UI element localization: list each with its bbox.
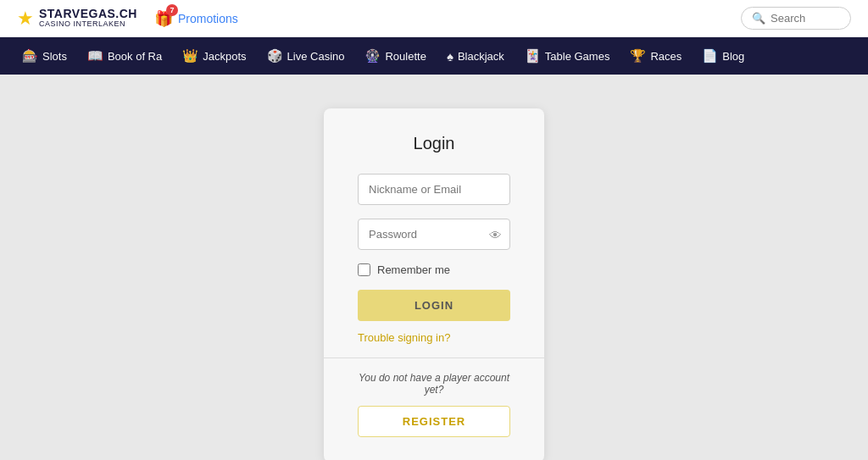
promotions-link[interactable]: 🎁 7 Promotions	[154, 9, 238, 28]
nickname-input[interactable]	[358, 174, 510, 205]
nav-label-roulette: Roulette	[385, 50, 426, 63]
nav-item-blackjack[interactable]: ♠ Blackjack	[438, 44, 513, 69]
remember-label[interactable]: Remember me	[377, 263, 450, 276]
jackpots-icon: 👑	[182, 48, 198, 64]
nav-item-roulette[interactable]: 🎡 Roulette	[356, 43, 434, 69]
nav-label-slots: Slots	[42, 50, 67, 63]
nav-label-jackpots: Jackpots	[203, 50, 246, 63]
login-card: Login 👁 Remember me LOGIN Trouble signin…	[324, 108, 544, 460]
search-icon: 🔍	[752, 12, 765, 25]
blackjack-icon: ♠	[447, 49, 453, 64]
star-icon: ★	[17, 8, 34, 30]
main-navbar: 🎰 Slots 📖 Book of Ra 👑 Jackpots 🎲 Live C…	[0, 37, 868, 75]
races-icon: 🏆	[630, 48, 646, 64]
nav-item-slots[interactable]: 🎰 Slots	[14, 43, 75, 69]
nav-item-live-casino[interactable]: 🎲 Live Casino	[259, 43, 353, 69]
promo-label[interactable]: Promotions	[178, 12, 238, 25]
main-content: Login 👁 Remember me LOGIN Trouble signin…	[0, 75, 868, 460]
nav-item-book-of-ra[interactable]: 📖 Book of Ra	[79, 43, 170, 69]
login-button[interactable]: LOGIN	[358, 290, 510, 321]
live-casino-icon: 🎲	[267, 48, 283, 64]
blog-icon: 📄	[702, 48, 718, 64]
promo-badge: 7	[166, 4, 178, 16]
remember-row: Remember me	[358, 263, 510, 276]
nav-label-book-of-ra: Book of Ra	[108, 50, 162, 63]
nav-item-jackpots[interactable]: 👑 Jackpots	[174, 43, 254, 69]
password-group: 👁	[358, 219, 510, 250]
search-input[interactable]	[771, 12, 838, 25]
remember-checkbox[interactable]	[358, 263, 370, 276]
slots-icon: 🎰	[22, 48, 38, 64]
book-of-ra-icon: 📖	[87, 48, 103, 64]
show-password-icon[interactable]: 👁	[489, 227, 502, 241]
login-title: Login	[358, 134, 510, 153]
logo-sub: CASINO INTERLAKEN	[39, 20, 137, 29]
logo[interactable]: ★ STARVEGAS.CH CASINO INTERLAKEN	[17, 8, 137, 30]
site-header: ★ STARVEGAS.CH CASINO INTERLAKEN 🎁 7 Pro…	[0, 0, 868, 37]
register-button[interactable]: REGISTER	[358, 406, 510, 437]
nav-label-blog: Blog	[722, 50, 744, 63]
nickname-group	[358, 174, 510, 205]
nav-item-blog[interactable]: 📄 Blog	[693, 43, 753, 69]
gift-icon: 🎁 7	[154, 9, 173, 28]
nav-item-table-games[interactable]: 🃏 Table Games	[516, 43, 619, 69]
roulette-icon: 🎡	[364, 48, 381, 64]
logo-text: STARVEGAS.CH CASINO INTERLAKEN	[39, 8, 137, 29]
nav-label-races: Races	[650, 50, 682, 63]
logo-main: STARVEGAS.CH	[39, 8, 137, 20]
search-box[interactable]: 🔍	[741, 7, 851, 30]
nav-item-races[interactable]: 🏆 Races	[621, 43, 690, 69]
table-games-icon: 🃏	[525, 48, 541, 64]
no-account-text: You do not have a player account yet?	[358, 372, 510, 396]
nav-label-live-casino: Live Casino	[287, 50, 345, 63]
nav-label-blackjack: Blackjack	[458, 50, 504, 63]
trouble-signing-in-link[interactable]: Trouble signing in?	[358, 331, 510, 344]
nav-label-table-games: Table Games	[545, 50, 610, 63]
password-input[interactable]	[358, 219, 510, 250]
card-divider	[324, 357, 544, 358]
